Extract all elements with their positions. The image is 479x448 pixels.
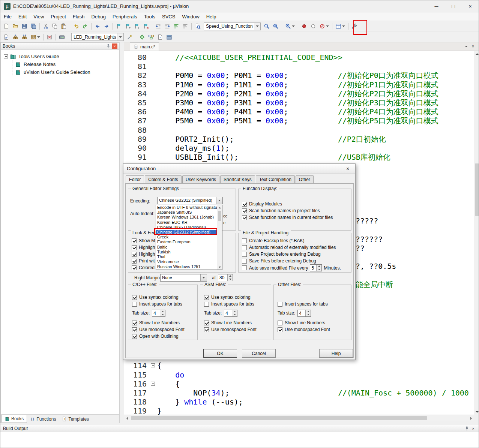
spin-down-button[interactable] [306, 313, 311, 316]
configure-uvision-button[interactable] [350, 22, 359, 31]
dialog-title-bar[interactable]: Configuration × [123, 164, 355, 174]
spin-down-button[interactable] [317, 268, 321, 271]
cancel-button[interactable]: Cancel [242, 349, 276, 358]
stop-build-button[interactable] [45, 33, 54, 42]
manage-rte-button[interactable] [138, 33, 147, 42]
menu-edit[interactable]: Edit [15, 13, 30, 21]
tree-item-release-notes[interactable]: Release Notes [15, 60, 117, 68]
software-packs-button[interactable] [165, 33, 174, 42]
encoding-option-baltic[interactable]: Baltic [156, 245, 217, 250]
encoding-option-encode-in-utf-8-without-signature[interactable]: Encode in UTF-8 without signature [156, 205, 217, 210]
spin-down-button[interactable] [228, 278, 233, 281]
menu-tools[interactable]: Tools [141, 13, 159, 21]
encoding-option-korean-euc-kr[interactable]: Korean EUC-KR [156, 220, 217, 225]
autosave-minutes-spinner[interactable]: 5 [310, 264, 322, 271]
save-all-button[interactable] [29, 22, 38, 31]
next-bookmark-button[interactable] [132, 22, 141, 31]
c-files-tab-size-spinner[interactable]: 4 [152, 310, 165, 317]
checkbox-use-monospaced-font[interactable]: Use monospaced Font [204, 326, 271, 333]
spin-up-button[interactable] [232, 310, 237, 313]
window-layout-button[interactable] [334, 22, 347, 31]
encoding-option-russian-windows-1251[interactable]: Russian Windows-1251 [156, 264, 217, 269]
menu-view[interactable]: View [30, 13, 47, 21]
pin-icon[interactable] [105, 43, 111, 49]
translate-file-button[interactable] [2, 33, 11, 42]
navigate-forward-button[interactable] [102, 22, 111, 31]
checkbox-automatic-reload-of-externally-modified-files[interactable]: Automatic reload of externally modified … [242, 244, 336, 251]
indent-button[interactable] [163, 22, 172, 31]
checkbox-use-monospaced-font[interactable]: Use monospaced Font [278, 326, 351, 333]
comment-selection-button[interactable] [172, 22, 181, 31]
scroll-right-arrow[interactable] [468, 415, 474, 421]
find-text-combo-dropdown-button[interactable] [254, 23, 260, 30]
open-file-button[interactable] [11, 22, 20, 31]
previous-bookmark-button[interactable] [123, 22, 132, 31]
scroll-left-arrow[interactable] [124, 415, 130, 421]
checkbox-print-wit[interactable]: Print wit [132, 258, 155, 264]
asm-files-tab-size-spinner[interactable]: 4 [224, 310, 237, 317]
tab-close-button[interactable]: × [470, 43, 476, 50]
maximize-button[interactable]: □ [445, 0, 462, 12]
spin-up-button[interactable] [306, 310, 311, 313]
file-extensions-button[interactable]: * [156, 33, 165, 42]
unindent-button[interactable] [154, 22, 163, 31]
find-in-files-button[interactable] [193, 22, 202, 31]
spin-up-button[interactable] [228, 274, 233, 278]
menu-window[interactable]: Window [179, 13, 203, 21]
toggle-bookmark-button[interactable] [114, 22, 123, 31]
build-target-button[interactable] [11, 33, 20, 42]
select-target-combo[interactable]: LED_Running_Lights [71, 33, 124, 41]
menu-help[interactable]: Help [203, 13, 220, 21]
encoding-dropdown-button[interactable] [216, 197, 222, 204]
tree-item-tools-user-s-guide[interactable]: Tools User's Guide [3, 52, 117, 60]
dropdown-scroll-thumb[interactable] [218, 211, 221, 221]
checkbox-display-modules[interactable]: Display Modules [242, 201, 333, 207]
undo-button[interactable] [72, 22, 81, 31]
copy-button[interactable] [50, 22, 59, 31]
right-margin-dropdown-button[interactable] [200, 274, 207, 281]
ok-button[interactable]: OK [203, 349, 237, 358]
menu-flash[interactable]: Flash [69, 13, 88, 21]
editor-horizontal-scrollbar[interactable] [124, 415, 474, 421]
spin-up-button[interactable] [317, 265, 321, 268]
dialog-tab-text-completion[interactable]: Text Completion [256, 175, 295, 184]
scroll-up-arrow[interactable] [474, 51, 479, 57]
encoding-option-korean-windows-1361-johab[interactable]: Korean Windows 1361 (Johab) [156, 215, 217, 220]
horizontal-scroll-thumb[interactable] [131, 416, 427, 420]
checkbox-colored[interactable]: Colored [132, 264, 155, 271]
enable-disable-breakpoint-button[interactable] [309, 22, 318, 31]
spin-down-button[interactable] [160, 313, 165, 316]
tab-list-dropdown-button[interactable] [463, 43, 470, 50]
dialog-tab-colors-fonts[interactable]: Colors & Fonts [145, 175, 181, 184]
checkbox-show-m[interactable]: Show M [132, 237, 155, 244]
books-close-button[interactable]: × [112, 43, 117, 49]
checkbox-show-line-numbers[interactable]: Show Line Numbers [278, 319, 351, 326]
incremental-find-button[interactable]: ab [271, 22, 280, 31]
find-button[interactable] [262, 22, 271, 31]
checkbox-insert-spaces-for-tabs[interactable]: Insert spaces for tabs [278, 301, 351, 307]
checkbox-insert-spaces-for-tabs[interactable]: Insert spaces for tabs [204, 301, 271, 307]
encoding-option-japanese-shift-jis[interactable]: Japanese Shift-JIS [156, 210, 217, 215]
build-output-close-button[interactable]: × [470, 426, 476, 432]
encoding-option-thai[interactable]: Thai [156, 255, 217, 259]
find-text-combo[interactable]: Speed_Using_Function [204, 22, 261, 30]
checkbox-scan-function-names-in-project-files[interactable]: Scan function names in project files [242, 207, 333, 214]
uncomment-selection-button[interactable] [181, 22, 190, 31]
encoding-option-turkish[interactable]: Turkish [156, 250, 217, 255]
kill-all-breakpoints-button[interactable] [318, 22, 330, 31]
scroll-down-arrow[interactable] [474, 409, 479, 415]
checkbox-show-line-numbers[interactable]: Show Line Numbers [204, 319, 271, 326]
clear-bookmarks-button[interactable] [141, 22, 150, 31]
encoding-option-greek[interactable]: Greek [156, 235, 217, 240]
checkbox-save-project-before-entering-debug[interactable]: Save Project before entering Debug [242, 251, 336, 258]
menu-svcs[interactable]: SVCS [159, 13, 179, 21]
insert-breakpoint-button[interactable] [300, 22, 309, 31]
encoding-option-chinese-gb2312-simplified[interactable]: Chinese GB2312 (Simplified) [156, 230, 217, 235]
right-margin-combobox[interactable]: None [160, 274, 207, 282]
checkbox-open-with-outlining[interactable]: Open with Outlining [132, 333, 197, 340]
menu-project[interactable]: Project [47, 13, 69, 21]
rebuild-all-button[interactable] [20, 33, 29, 42]
close-button[interactable]: × [462, 0, 479, 12]
dialog-close-button[interactable]: × [344, 165, 352, 172]
panel-tab-books[interactable]: Books [2, 415, 27, 423]
